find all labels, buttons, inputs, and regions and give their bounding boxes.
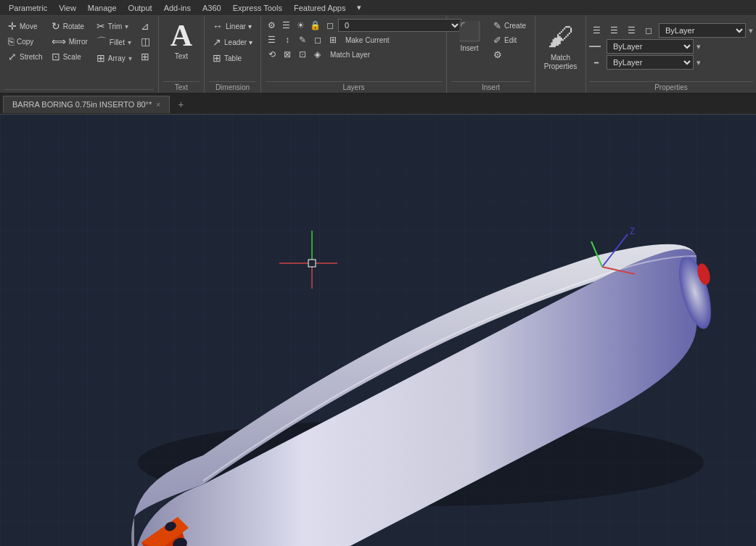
extra-btn2[interactable]: ◫ — [137, 34, 154, 49]
layer-icon4[interactable]: 🔒 — [309, 19, 322, 32]
viewport-canvas: Z — [0, 115, 756, 546]
array-button[interactable]: ⊞ Array ▾ — [93, 51, 136, 65]
rotate-icon: ↻ — [52, 20, 60, 32]
viewport[interactable]: Z — [0, 115, 756, 546]
prop-icon4: ◻ — [641, 23, 656, 38]
prop-arrow1[interactable]: ▾ — [749, 26, 753, 36]
annotation-content: ⚙ ☰ ☀ 🔒 ◻ 0 ▾ ☰ ↕ ✎ ◻ ⊞ Make Current — [266, 19, 442, 81]
prop-icon2: ☰ — [607, 23, 621, 38]
layer-icon9[interactable]: ◻ — [311, 33, 324, 46]
modify-col1: ✛ Move ⎘ Copy ⤢ Stretch — [4, 19, 46, 64]
dim-section-label: Dimension — [209, 81, 256, 91]
layer-icon10[interactable]: ⊞ — [326, 33, 340, 46]
layer-num-input[interactable]: 0 — [338, 19, 461, 32]
layer-props-icon[interactable]: ⚙ — [266, 19, 279, 32]
menu-bar: Parametric View Manage Output Add-ins A3… — [0, 0, 756, 16]
modify-col4: ⊿ ◫ ⊞ — [137, 19, 154, 64]
annotation-label: Layers — [266, 81, 442, 91]
prop-icon3: ☰ — [624, 23, 638, 38]
layer-icon8[interactable]: ✎ — [296, 33, 309, 46]
rotate-button[interactable]: ↻ Rotate — [48, 19, 91, 33]
bylayer-dropdown3[interactable]: ByLayer — [607, 55, 694, 70]
layer-icon3[interactable]: ☀ — [295, 19, 308, 32]
ribbon: ✛ Move ⎘ Copy ⤢ Stretch ↻ Rotate — [0, 16, 756, 94]
linear-button[interactable]: ↔ Linear ▾ — [209, 19, 255, 33]
menu-express-tools[interactable]: Express Tools — [227, 2, 288, 14]
menu-manage[interactable]: Manage — [82, 2, 123, 14]
stretch-button[interactable]: ⤢ Stretch — [4, 49, 46, 64]
extra-btn3[interactable]: ⊞ — [137, 49, 154, 64]
right-properties: ☰ ☰ ☰ ◻ ByLayer ▾ ByLayer ▾ ━ ByLayer ▾ — [586, 16, 756, 93]
drawing-tab[interactable]: BARRA BORING 0.75in INSERTO 80°* × — [3, 96, 170, 113]
mirror-icon: ⟺ — [52, 36, 66, 47]
modify-content: ✛ Move ⎘ Copy ⤢ Stretch ↻ Rotate — [4, 19, 154, 89]
bylayer-dropdown2[interactable]: ByLayer — [607, 39, 694, 54]
bylayer-dropdown1[interactable]: ByLayer — [659, 23, 746, 38]
copy-button[interactable]: ⎘ Copy — [4, 34, 46, 49]
menu-view[interactable]: View — [53, 2, 82, 14]
prop-row2: ByLayer ▾ — [589, 39, 753, 54]
menu-addins[interactable]: Add-ins — [158, 2, 197, 14]
menu-a360[interactable]: A360 — [197, 2, 227, 14]
layer-row1: ⚙ ☰ ☀ 🔒 ◻ 0 ▾ — [266, 19, 476, 32]
extra-icon3: ⊞ — [141, 51, 149, 62]
insert-content: ⬛ Insert ✎ Create ✐ Edit ⚙ — [451, 19, 530, 81]
tab-add-button[interactable]: + — [171, 96, 190, 113]
layer-row2: ☰ ↕ ✎ ◻ ⊞ Make Current — [266, 33, 393, 46]
tab-bar: BARRA BORING 0.75in INSERTO 80°* × + — [0, 94, 756, 115]
layer-state-icon[interactable]: ☰ — [280, 19, 293, 32]
tab-close-button[interactable]: × — [156, 101, 160, 109]
text-section-label: Text — [163, 81, 200, 91]
create-edit-col: ✎ Create ✐ Edit ⚙ — [489, 19, 530, 62]
move-button[interactable]: ✛ Move — [4, 19, 46, 33]
leader-button[interactable]: ↗ Leader ▾ — [209, 35, 256, 49]
trim-button[interactable]: ✂ Trim ▾ — [93, 19, 136, 33]
create-button[interactable]: ✎ Create — [489, 19, 530, 33]
layer-icon12[interactable]: ⊠ — [281, 48, 294, 61]
svg-text:Z: Z — [630, 226, 635, 236]
layer-icon13[interactable]: ⊡ — [296, 48, 309, 61]
dimension-content: ↔ Linear ▾ ↗ Leader ▾ ⊞ Table — [209, 19, 256, 81]
linear-icon: ↔ — [213, 20, 223, 32]
scale-button[interactable]: ⊡ Scale — [48, 49, 91, 64]
edit-icon: ✐ — [493, 35, 501, 46]
create-icon: ✎ — [493, 20, 501, 31]
menu-parametric[interactable]: Parametric — [3, 2, 53, 14]
match-properties-icon: 🖌 — [548, 22, 574, 52]
layer-icon5[interactable]: ◻ — [324, 19, 337, 32]
prop-row1: ☰ ☰ ☰ ◻ ByLayer ▾ — [589, 23, 753, 38]
layer-icon11[interactable]: ⟲ — [266, 48, 279, 61]
insert-icon: ⬛ — [458, 20, 481, 43]
fillet-button[interactable]: ⌒ Fillet ▾ — [93, 34, 136, 50]
mirror-button[interactable]: ⟺ Mirror — [48, 34, 91, 49]
prop-arrow3[interactable]: ▾ — [697, 58, 701, 67]
match-label: MatchProperties — [544, 54, 578, 71]
prop-arrow2[interactable]: ▾ — [697, 42, 701, 51]
edit-button[interactable]: ✐ Edit — [489, 33, 530, 47]
layer-icon14[interactable]: ◈ — [311, 48, 324, 61]
array-icon: ⊞ — [96, 52, 105, 64]
prop-icon1: ☰ — [589, 23, 604, 38]
ribbon-section-insert: ⬛ Insert ✎ Create ✐ Edit ⚙ Insert — [447, 16, 535, 93]
match-content: 🖌 MatchProperties — [538, 19, 583, 89]
extra-icon2: ◫ — [141, 36, 150, 47]
match-properties-button[interactable]: 🖌 MatchProperties — [538, 19, 583, 74]
extra-ce-btn[interactable]: ⚙ — [489, 48, 530, 62]
ribbon-section-dimension: ↔ Linear ▾ ↗ Leader ▾ ⊞ Table Dimension — [205, 16, 261, 93]
text-A-icon: A — [170, 20, 192, 51]
match-layer-button[interactable]: Match Layer — [326, 49, 374, 60]
menu-featured-apps[interactable]: Featured Apps — [288, 2, 352, 14]
layer-icon7[interactable]: ↕ — [281, 33, 294, 46]
text-button[interactable]: A Text — [163, 19, 200, 62]
extra-btn1[interactable]: ⊿ — [137, 19, 154, 33]
layer-icon6[interactable]: ☰ — [266, 33, 279, 46]
menu-more[interactable]: ▾ — [351, 1, 367, 14]
table-button[interactable]: ⊞ Table — [209, 51, 245, 65]
stretch-icon: ⤢ — [8, 51, 17, 62]
menu-output[interactable]: Output — [123, 2, 158, 14]
make-current-button[interactable]: Make Current — [342, 35, 393, 46]
layer-row3: ⟲ ⊠ ⊡ ◈ Match Layer — [266, 48, 374, 61]
move-icon: ✛ — [8, 20, 17, 32]
copy-icon: ⎘ — [8, 36, 14, 47]
insert-button[interactable]: ⬛ Insert — [451, 19, 488, 54]
